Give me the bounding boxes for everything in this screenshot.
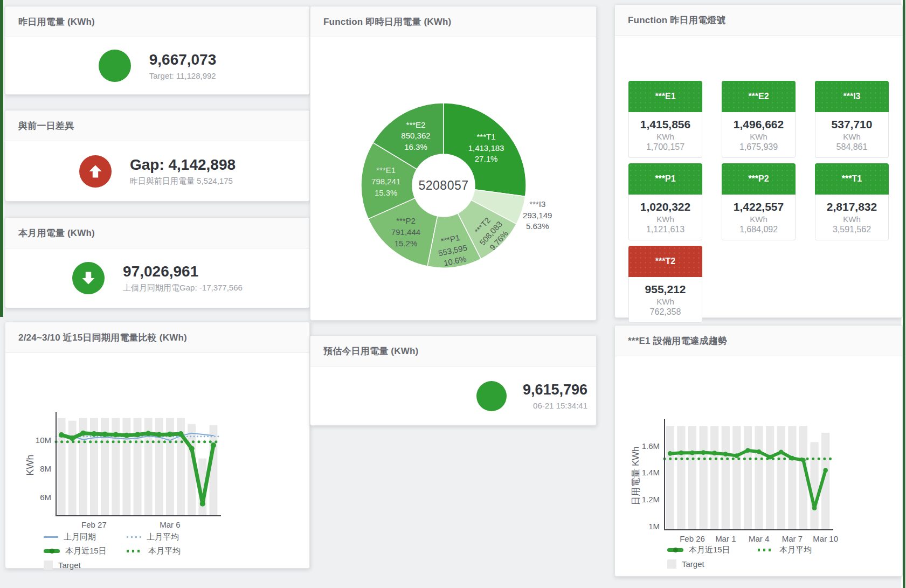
light-tile-value: 2,817,832 bbox=[827, 200, 877, 213]
light-tile-p2: ***P21,422,557KWh1,684,092 bbox=[722, 163, 796, 240]
donut-center-value: 5208057 bbox=[418, 178, 468, 193]
legend-item-last-month-avg[interactable]: 上月平均 bbox=[127, 531, 181, 543]
light-tile-body: 1,020,322KWh1,121,613 bbox=[628, 195, 702, 240]
legend-label: 本月近15日 bbox=[689, 545, 730, 555]
light-tile-e2: ***E21,496,662KWh1,675,939 bbox=[722, 81, 796, 158]
light-tile-value: 1,415,856 bbox=[640, 118, 690, 131]
x-tick-label: Mar 1 bbox=[715, 534, 736, 543]
legend-item-this-month[interactable]: 本月近15日 bbox=[667, 544, 744, 556]
y-axis-title: KWh bbox=[25, 454, 36, 475]
legend-item-this-month-avg[interactable]: 本月平均 bbox=[758, 544, 812, 556]
legend-swatch-dot-green bbox=[758, 549, 774, 551]
light-tile-reference: 1,675,939 bbox=[739, 142, 778, 152]
light-tile-reference: 3,591,562 bbox=[833, 225, 871, 234]
x-tick-label: Feb 27 bbox=[81, 520, 107, 529]
light-tile-unit: KWh bbox=[750, 132, 767, 141]
y-tick-label: 1.6M bbox=[642, 441, 660, 451]
light-tile-unit: KWh bbox=[656, 215, 674, 224]
panel-title: Function 即時日用電量 (KWh) bbox=[323, 16, 451, 28]
light-tile-value: 955,212 bbox=[645, 283, 686, 296]
panel-header[interactable]: Function 昨日用電燈號 bbox=[615, 5, 902, 36]
panel-title: ***E1 設備用電達成趨勢 bbox=[628, 335, 727, 347]
light-tile-header-t1: ***T1 bbox=[815, 163, 889, 195]
legend-item-this-month[interactable]: 本月近15日 bbox=[44, 545, 113, 557]
legend-swatch-line-green bbox=[667, 548, 683, 552]
panel-title: Function 昨日用電燈號 bbox=[628, 14, 725, 26]
legend-label: 上月平均 bbox=[147, 532, 179, 542]
light-tile-i3: ***I3537,710KWh584,861 bbox=[815, 81, 889, 158]
panel-header[interactable]: 2/24~3/10 近15日同期用電量比較 (KWh) bbox=[5, 322, 309, 353]
light-tile-unit: KWh bbox=[843, 215, 861, 224]
y-tick-label: 6M bbox=[40, 493, 51, 502]
light-tile-header-e1: ***E1 bbox=[628, 81, 702, 112]
legend-label: 本月近15日 bbox=[65, 546, 107, 556]
legend-swatch-dot-blue bbox=[127, 536, 141, 538]
light-tile-unit: KWh bbox=[843, 132, 861, 141]
legend-swatch-line-green bbox=[44, 549, 60, 553]
e1-trend-svg: 1M1.2M1.4M1.6MFeb 26Mar 1Mar 4Mar 7Mar 1… bbox=[615, 356, 901, 575]
light-tile-unit: KWh bbox=[656, 297, 674, 306]
arrow-up-icon bbox=[79, 155, 112, 188]
panel-header[interactable]: 昨日用電量 (KWh) bbox=[5, 6, 309, 37]
trend-chart-area[interactable]: 1M1.2M1.4M1.6MFeb 26Mar 1Mar 4Mar 7Mar 1… bbox=[615, 356, 902, 576]
x-tick-label: Mar 10 bbox=[813, 534, 838, 543]
donut-chart-area[interactable]: ***T11,413,18327.1%***I3293,1495.63%***T… bbox=[310, 37, 596, 320]
panel-header[interactable]: Function 即時日用電量 (KWh) bbox=[310, 6, 596, 37]
legend-label: 本月平均 bbox=[779, 545, 812, 555]
light-tiles-grid: ***E11,415,856KWh1,700,157***E21,496,662… bbox=[628, 81, 889, 323]
light-tile-t2: ***T2955,212KWh762,358 bbox=[628, 246, 702, 323]
x-tick-label: Mar 6 bbox=[160, 520, 180, 529]
light-tile-e1: ***E11,415,856KWh1,700,157 bbox=[628, 81, 702, 158]
light-tile-body: 1,496,662KWh1,675,939 bbox=[722, 112, 796, 158]
legend-label: 本月平均 bbox=[148, 546, 181, 556]
legend-swatch-dot-green bbox=[127, 550, 143, 552]
panel-body: ***T11,413,18327.1%***I3293,1495.63%***T… bbox=[310, 37, 596, 320]
legend-item-this-month-avg[interactable]: 本月平均 bbox=[127, 545, 181, 557]
panel-header[interactable]: 與前一日差異 bbox=[5, 110, 309, 141]
light-tile-reference: 584,861 bbox=[836, 142, 868, 152]
panel-month-usage: 本月用電量 (KWh) 97,026,961 上個月同期用電Gap: -17,3… bbox=[5, 217, 310, 308]
panel-15day-compare-chart: 2/24~3/10 近15日同期用電量比較 (KWh) 6M8M10MFeb 2… bbox=[5, 322, 310, 569]
stat-value: 97,026,961 bbox=[123, 263, 243, 280]
light-tile-header-t2: ***T2 bbox=[628, 246, 702, 277]
panel-header[interactable]: 預估今日用電量 (KWh) bbox=[310, 336, 596, 366]
light-tile-header-p2: ***P2 bbox=[722, 163, 796, 195]
x-tick-label: Feb 26 bbox=[680, 534, 705, 543]
stat-timestamp: 06-21 15:34:41 bbox=[523, 401, 587, 410]
legend-item-last-month[interactable]: 上月同期 bbox=[44, 531, 113, 543]
light-tile-label: ***T1 bbox=[842, 174, 862, 184]
light-tile-reference: 762,358 bbox=[650, 307, 681, 317]
light-tile-reference: 1,700,157 bbox=[646, 142, 684, 152]
donut-label-i3: ***I3293,1495.63% bbox=[523, 199, 552, 232]
legend-swatch-square-gray bbox=[44, 561, 53, 570]
panel-title: 與前一日差異 bbox=[18, 120, 74, 132]
panel-body: 9,667,073 Target: 11,128,992 bbox=[5, 37, 309, 94]
light-tile-p1: ***P11,020,322KWh1,121,613 bbox=[628, 163, 702, 240]
stat-subtitle: 上個月同期用電Gap: -17,377,566 bbox=[123, 283, 243, 293]
light-tile-value: 1,422,557 bbox=[734, 200, 784, 213]
panel-body: 6M8M10MFeb 27Mar 6 KWh 上月同期上月平均本月近15日本月平… bbox=[5, 353, 309, 568]
y-tick-label: 1.2M bbox=[642, 495, 660, 504]
light-tile-label: ***E2 bbox=[748, 92, 769, 101]
y-tick-label: 8M bbox=[40, 464, 51, 473]
y-tick-label: 10M bbox=[36, 435, 51, 445]
light-tile-body: 1,415,856KWh1,700,157 bbox=[628, 112, 702, 158]
light-tile-unit: KWh bbox=[656, 132, 674, 141]
light-tile-body: 2,817,832KWh3,591,562 bbox=[815, 195, 889, 240]
chart-legend: 上月同期上月平均本月近15日本月平均Target bbox=[44, 531, 181, 571]
panel-header[interactable]: ***E1 設備用電達成趨勢 bbox=[615, 326, 902, 356]
panel-realtime-donut: Function 即時日用電量 (KWh) ***T11,413,18327.1… bbox=[310, 6, 597, 321]
light-tile-header-e2: ***E2 bbox=[722, 81, 796, 112]
legend-item-target[interactable]: Target bbox=[667, 558, 744, 570]
chart-legend: 本月近15日本月平均Target bbox=[667, 544, 812, 570]
light-tile-value: 537,710 bbox=[832, 118, 873, 131]
panel-body: 97,026,961 上個月同期用電Gap: -17,377,566 bbox=[5, 248, 309, 308]
legend-label: 上月同期 bbox=[64, 532, 96, 542]
light-tile-label: ***T2 bbox=[655, 257, 675, 266]
panel-e1-trend-chart: ***E1 設備用電達成趨勢 1M1.2M1.4M1.6MFeb 26Mar 1… bbox=[614, 325, 903, 577]
panel-body: Gap: 4,142,898 昨日與前日用電量 5,524,175 bbox=[5, 141, 309, 201]
light-tile-reference: 1,121,613 bbox=[646, 225, 684, 234]
arrow-down-icon bbox=[72, 262, 105, 294]
panel-header[interactable]: 本月用電量 (KWh) bbox=[5, 218, 309, 248]
legend-item-target[interactable]: Target bbox=[44, 559, 113, 571]
